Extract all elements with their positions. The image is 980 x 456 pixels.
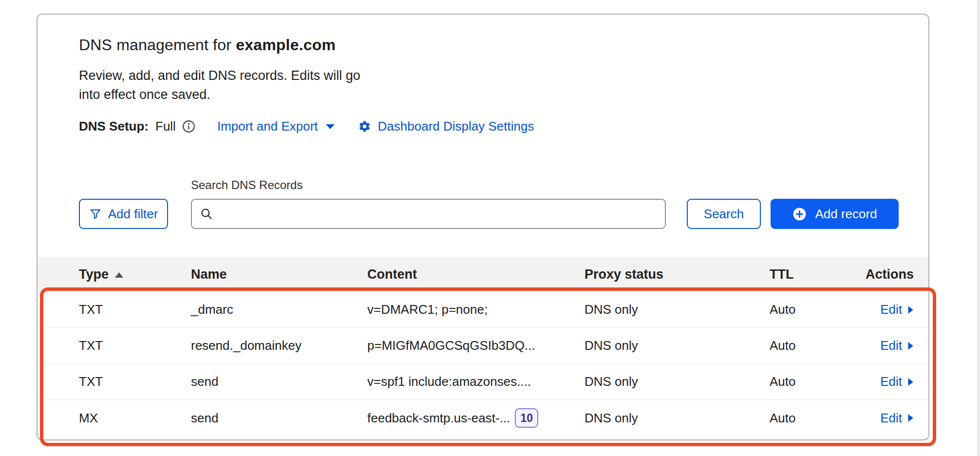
chevron-down-icon: [325, 123, 336, 130]
column-header-content[interactable]: Content: [367, 267, 584, 282]
add-filter-label: Add filter: [108, 207, 158, 222]
column-header-type[interactable]: Type: [79, 267, 191, 282]
import-export-label: Import and Export: [217, 119, 318, 134]
dashboard-display-settings-label: Dashboard Display Settings: [378, 119, 534, 134]
cell-content: v=spf1 include:amazonses....: [367, 374, 584, 389]
controls-row: Add filter Search Add record: [38, 199, 928, 229]
add-filter-button[interactable]: Add filter: [79, 199, 168, 229]
cell-ttl: Auto: [770, 338, 862, 353]
dns-setup-label: DNS Setup:: [79, 119, 149, 134]
cell-proxy-status: DNS only: [584, 338, 770, 353]
info-icon[interactable]: [182, 119, 196, 133]
column-header-name[interactable]: Name: [191, 267, 367, 282]
caret-right-icon: [907, 342, 914, 350]
table-header: Type Name Content Proxy status TTL Actio…: [38, 257, 928, 292]
edit-button[interactable]: Edit: [880, 302, 914, 317]
table-row: TXT _dmarc v=DMARC1; p=none; DNS only Au…: [38, 292, 928, 328]
cell-content: v=DMARC1; p=none;: [367, 302, 584, 317]
search-dns-records-label: Search DNS Records: [191, 178, 302, 192]
column-header-proxy-status[interactable]: Proxy status: [584, 267, 770, 282]
mx-priority-badge: 10: [515, 408, 538, 428]
search-input[interactable]: [219, 207, 665, 222]
page-title-domain: example.com: [236, 36, 336, 54]
dns-management-card: DNS management for example.com Review, a…: [37, 14, 929, 440]
search-button[interactable]: Search: [687, 199, 761, 229]
cell-proxy-status: DNS only: [584, 374, 770, 389]
dns-setup-value: Full: [155, 119, 176, 134]
search-icon: [200, 207, 213, 221]
cell-content: p=MIGfMA0GCSqGSIb3DQ...: [367, 338, 584, 353]
edit-button[interactable]: Edit: [880, 411, 914, 426]
cell-ttl: Auto: [770, 302, 862, 317]
column-header-actions: Actions: [862, 267, 914, 282]
cell-actions: Edit: [862, 411, 914, 426]
sort-ascending-icon: [114, 272, 124, 278]
cell-name: resend._domainkey: [191, 338, 367, 353]
cell-content: feedback-smtp.us-east-... 10: [367, 408, 584, 428]
cell-actions: Edit: [862, 338, 914, 353]
cell-ttl: Auto: [770, 374, 862, 389]
page-subtitle: Review, add, and edit DNS records. Edits…: [79, 66, 361, 104]
cell-proxy-status: DNS only: [584, 302, 770, 317]
cell-ttl: Auto: [770, 411, 862, 426]
caret-right-icon: [907, 305, 914, 314]
caret-right-icon: [907, 414, 914, 422]
cell-type: TXT: [79, 374, 191, 389]
cell-actions: Edit: [862, 302, 914, 317]
cell-name: send: [191, 411, 367, 426]
cell-type: MX: [79, 411, 191, 426]
search-box: [191, 199, 666, 229]
column-header-ttl[interactable]: TTL: [770, 267, 862, 282]
search-button-label: Search: [704, 207, 744, 222]
cell-name: _dmarc: [191, 302, 367, 317]
cell-actions: Edit: [862, 374, 914, 389]
table-row: TXT send v=spf1 include:amazonses.... DN…: [38, 364, 928, 400]
table-row: MX send feedback-smtp.us-east-... 10 DNS…: [38, 400, 928, 436]
gear-icon: [358, 120, 371, 133]
table-body: TXT _dmarc v=DMARC1; p=none; DNS only Au…: [38, 292, 928, 436]
table-row: TXT resend._domainkey p=MIGfMA0GCSqGSIb3…: [38, 328, 928, 364]
scrollbar-track[interactable]: [977, 0, 980, 456]
dns-setup-row: DNS Setup: Full Import and Export Dashbo…: [79, 119, 534, 134]
cell-type: TXT: [79, 302, 191, 317]
plus-circle-icon: [792, 207, 807, 222]
funnel-icon: [89, 208, 102, 220]
cell-type: TXT: [79, 338, 191, 353]
import-export-link[interactable]: Import and Export: [217, 119, 336, 134]
dashboard-display-settings-link[interactable]: Dashboard Display Settings: [358, 119, 534, 134]
edit-button[interactable]: Edit: [880, 338, 914, 353]
cell-proxy-status: DNS only: [584, 411, 770, 426]
page-title-prefix: DNS management for: [79, 36, 236, 54]
cell-name: send: [191, 374, 367, 389]
page-title: DNS management for example.com: [79, 36, 336, 54]
edit-button[interactable]: Edit: [880, 374, 914, 389]
add-record-label: Add record: [815, 207, 877, 222]
dns-management-page: DNS management for example.com Review, a…: [0, 0, 980, 456]
caret-right-icon: [907, 378, 914, 386]
add-record-button[interactable]: Add record: [771, 199, 899, 229]
